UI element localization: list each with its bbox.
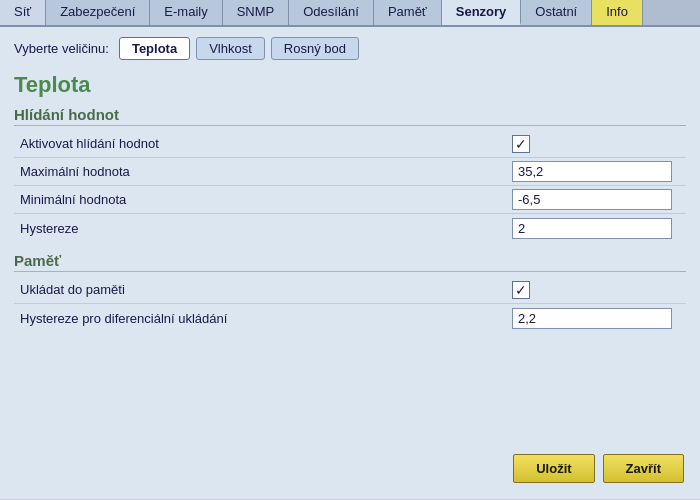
label-hystereze: Hystereze — [14, 217, 506, 240]
form-row-hystereze: Hystereze — [14, 214, 686, 242]
label-ukladat: Ukládat do paměti — [14, 278, 506, 301]
value-aktivovat: ✓ — [506, 132, 686, 156]
value-hystereze-dif — [506, 305, 686, 332]
value-max — [506, 158, 686, 185]
input-max[interactable] — [512, 161, 672, 182]
checkbox-aktivovat[interactable]: ✓ — [512, 135, 530, 153]
nav-tab-emaily[interactable]: E-maily — [150, 0, 222, 25]
input-hystereze[interactable] — [512, 218, 672, 239]
form-row-max: Maximální hodnota — [14, 158, 686, 186]
label-max: Maximální hodnota — [14, 160, 506, 183]
save-button[interactable]: Uložit — [513, 454, 594, 483]
nav-tab-senzory[interactable]: Senzory — [442, 0, 522, 25]
label-hystereze-dif: Hystereze pro diferenciální ukládání — [14, 307, 506, 330]
nav-tab-info[interactable]: Info — [592, 0, 643, 25]
nav-tab-ostatni[interactable]: Ostatní — [521, 0, 592, 25]
form-row-aktivovat: Aktivovat hlídání hodnot ✓ — [14, 130, 686, 158]
sub-tab-teplota[interactable]: Teplota — [119, 37, 190, 60]
label-min: Minimální hodnota — [14, 188, 506, 211]
value-min — [506, 186, 686, 213]
input-hystereze-dif[interactable] — [512, 308, 672, 329]
section-hlidani-hodnot: Hlídání hodnot Aktivovat hlídání hodnot … — [14, 106, 686, 242]
sub-tabs-row: Vyberte veličinu: Teplota Vlhkost Rosný … — [14, 37, 686, 60]
page-title: Teplota — [14, 72, 686, 98]
nav-tab-zabezpeceni[interactable]: Zabezpečení — [46, 0, 150, 25]
form-row-hystereze-dif: Hystereze pro diferenciální ukládání — [14, 304, 686, 332]
form-row-ukladat: Ukládat do paměti ✓ — [14, 276, 686, 304]
nav-tab-sit[interactable]: Síť — [0, 0, 46, 25]
sub-tab-rosny-bod[interactable]: Rosný bod — [271, 37, 359, 60]
section-pamet: Paměť Ukládat do paměti ✓ Hystereze pro … — [14, 252, 686, 332]
nav-tab-odesilani[interactable]: Odesílání — [289, 0, 374, 25]
top-nav: Síť Zabezpečení E-maily SNMP Odesílání P… — [0, 0, 700, 27]
label-aktivovat: Aktivovat hlídání hodnot — [14, 132, 506, 155]
button-row: Uložit Zavřít — [513, 454, 684, 483]
nav-tab-pamet[interactable]: Paměť — [374, 0, 442, 25]
sub-tabs-label: Vyberte veličinu: — [14, 41, 109, 56]
section-heading-pamet: Paměť — [14, 252, 686, 272]
checkbox-ukladat[interactable]: ✓ — [512, 281, 530, 299]
form-row-min: Minimální hodnota — [14, 186, 686, 214]
sub-tab-vlhkost[interactable]: Vlhkost — [196, 37, 265, 60]
section-heading-hlidani: Hlídání hodnot — [14, 106, 686, 126]
nav-tab-snmp[interactable]: SNMP — [223, 0, 290, 25]
value-hystereze — [506, 215, 686, 242]
input-min[interactable] — [512, 189, 672, 210]
close-button[interactable]: Zavřít — [603, 454, 684, 483]
main-content: Vyberte veličinu: Teplota Vlhkost Rosný … — [0, 27, 700, 499]
value-ukladat: ✓ — [506, 278, 686, 302]
